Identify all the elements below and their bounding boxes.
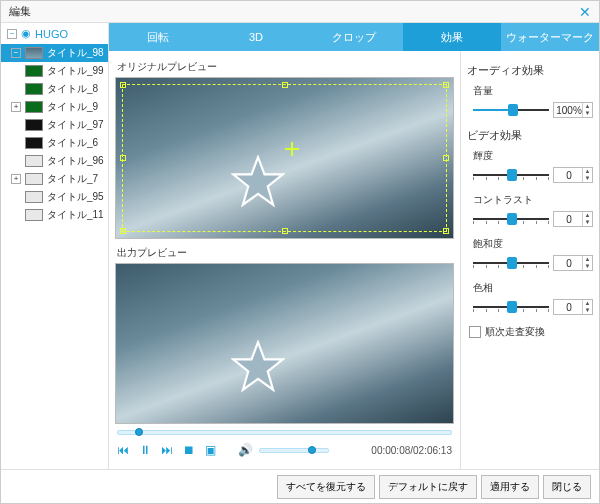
sidebar-item[interactable]: +タイトル_7 — [1, 170, 108, 188]
tab-effect[interactable]: 効果 — [403, 23, 501, 51]
tab-crop[interactable]: クロップ — [305, 23, 403, 51]
tab-watermark[interactable]: ウォーターマーク — [501, 23, 599, 51]
spin-down-icon[interactable]: ▼ — [583, 175, 592, 182]
seek-thumb[interactable] — [135, 428, 143, 436]
sidebar-item[interactable]: +タイトル_9 — [1, 98, 108, 116]
skip-back-button[interactable]: ⏮ — [117, 443, 129, 457]
tree-root[interactable]: − ◉ HUGO — [1, 23, 108, 44]
sidebar-item-label: タイトル_8 — [47, 82, 98, 96]
crop-handle[interactable] — [282, 82, 288, 88]
thumbnail — [25, 137, 43, 149]
sidebar: − ◉ HUGO −タイトル_98タイトル_99タイトル_8+タイトル_9タイト… — [1, 23, 109, 469]
preview-panel: オリジナルプレビュー — [109, 51, 461, 469]
hue-spinner[interactable]: 0 ▲▼ — [553, 299, 593, 315]
sidebar-item[interactable]: タイトル_11 — [1, 206, 108, 224]
effects-panel: オーディオ効果 音量 100% ▲▼ ビデオ効果 輝度 — [461, 51, 599, 469]
thumbnail — [25, 155, 43, 167]
spin-down-icon[interactable]: ▼ — [583, 110, 592, 117]
sidebar-item-label: タイトル_7 — [47, 172, 98, 186]
disc-icon: ◉ — [21, 27, 31, 40]
crop-handle[interactable] — [443, 82, 449, 88]
contrast-spinner[interactable]: 0 ▲▼ — [553, 211, 593, 227]
tabs: 回転3Dクロップ効果ウォーターマーク — [109, 23, 599, 51]
brightness-spinner[interactable]: 0 ▲▼ — [553, 167, 593, 183]
star-graphic — [231, 340, 285, 394]
skip-forward-button[interactable]: ⏭ — [161, 443, 173, 457]
expand-icon[interactable]: + — [11, 174, 21, 184]
thumbnail — [25, 173, 43, 185]
expand-icon[interactable]: − — [11, 48, 21, 58]
brightness-label: 輝度 — [467, 149, 593, 163]
sidebar-item-label: タイトル_9 — [47, 100, 98, 114]
sidebar-item-label: タイトル_97 — [47, 118, 104, 132]
sidebar-item-label: タイトル_11 — [47, 208, 104, 222]
output-preview — [115, 263, 454, 425]
default-button[interactable]: デフォルトに戻す — [379, 475, 477, 499]
crop-rect[interactable] — [122, 84, 447, 232]
tab-rotate[interactable]: 回転 — [109, 23, 207, 51]
contrast-label: コントラスト — [467, 193, 593, 207]
seek-bar[interactable] — [111, 426, 458, 437]
thumbnail — [25, 65, 43, 77]
crop-handle[interactable] — [120, 82, 126, 88]
volume-icon[interactable]: 🔊 — [238, 443, 253, 457]
sidebar-item[interactable]: −タイトル_98 — [1, 44, 108, 62]
thumbnail — [25, 209, 43, 221]
tree-root-label: HUGO — [35, 28, 68, 40]
volume-slider[interactable] — [259, 448, 329, 453]
pause-button[interactable]: ⏸ — [139, 443, 151, 457]
crop-handle[interactable] — [443, 228, 449, 234]
original-preview[interactable] — [115, 77, 454, 239]
hue-label: 色相 — [467, 281, 593, 295]
time-display: 00:00:08/02:06:13 — [371, 445, 452, 456]
spin-up-icon[interactable]: ▲ — [583, 300, 592, 307]
spin-down-icon[interactable]: ▼ — [583, 219, 592, 226]
crop-handle[interactable] — [282, 228, 288, 234]
reset-all-button[interactable]: すべてを復元する — [277, 475, 375, 499]
crop-handle[interactable] — [443, 155, 449, 161]
spin-up-icon[interactable]: ▲ — [583, 103, 592, 110]
original-preview-label: オリジナルプレビュー — [115, 57, 454, 77]
volume-thumb[interactable] — [308, 446, 316, 454]
spin-down-icon[interactable]: ▼ — [583, 263, 592, 270]
saturation-spinner[interactable]: 0 ▲▼ — [553, 255, 593, 271]
stop-button[interactable]: ⏹ — [183, 443, 195, 457]
footer: すべてを復元する デフォルトに戻す 適用する 閉じる — [1, 469, 599, 503]
sidebar-item-label: タイトル_95 — [47, 190, 104, 204]
thumbnail — [25, 47, 43, 59]
sidebar-item[interactable]: タイトル_99 — [1, 62, 108, 80]
deinterlace-label: 順次走査変換 — [485, 325, 545, 339]
brightness-slider[interactable] — [473, 170, 549, 180]
spin-down-icon[interactable]: ▼ — [583, 307, 592, 314]
sidebar-item[interactable]: タイトル_8 — [1, 80, 108, 98]
sidebar-item-label: タイトル_96 — [47, 154, 104, 168]
spin-up-icon[interactable]: ▲ — [583, 168, 592, 175]
volume-effect-slider[interactable] — [473, 105, 549, 115]
collapse-icon[interactable]: − — [7, 29, 17, 39]
contrast-slider[interactable] — [473, 214, 549, 224]
spin-up-icon[interactable]: ▲ — [583, 212, 592, 219]
close-icon[interactable]: ✕ — [579, 4, 591, 20]
spin-up-icon[interactable]: ▲ — [583, 256, 592, 263]
sidebar-item-label: タイトル_98 — [47, 46, 104, 60]
tab-3d[interactable]: 3D — [207, 23, 305, 51]
titlebar: 編集 ✕ — [1, 1, 599, 23]
crop-handle[interactable] — [120, 228, 126, 234]
sidebar-item[interactable]: タイトル_6 — [1, 134, 108, 152]
saturation-slider[interactable] — [473, 258, 549, 268]
hue-slider[interactable] — [473, 302, 549, 312]
volume-spinner[interactable]: 100% ▲▼ — [553, 102, 593, 118]
audio-section-label: オーディオ効果 — [467, 63, 593, 78]
sidebar-item[interactable]: タイトル_97 — [1, 116, 108, 134]
snapshot-button[interactable]: ▣ — [205, 443, 216, 457]
output-preview-label: 出力プレビュー — [115, 243, 454, 263]
deinterlace-checkbox[interactable] — [469, 326, 481, 338]
expand-icon[interactable]: + — [11, 102, 21, 112]
thumbnail — [25, 83, 43, 95]
apply-button[interactable]: 適用する — [481, 475, 539, 499]
sidebar-item[interactable]: タイトル_96 — [1, 152, 108, 170]
crop-handle[interactable] — [120, 155, 126, 161]
close-button[interactable]: 閉じる — [543, 475, 591, 499]
sidebar-item[interactable]: タイトル_95 — [1, 188, 108, 206]
thumbnail — [25, 101, 43, 113]
